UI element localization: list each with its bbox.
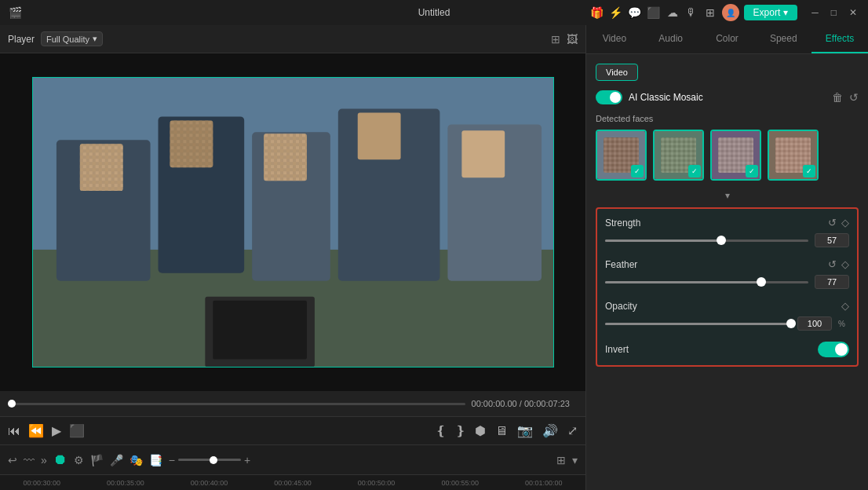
tab-effects[interactable]: Effects [811, 25, 868, 53]
avatar[interactable]: 👤 [722, 4, 739, 21]
feather-reset-icon[interactable]: ↺ [828, 258, 837, 270]
stop-button[interactable]: ⬛ [69, 423, 85, 438]
invert-toggle[interactable] [818, 342, 849, 357]
progress-bar[interactable] [8, 403, 465, 405]
opacity-control: Opacity ◇ % [605, 300, 849, 331]
strength-label: Strength [605, 218, 828, 229]
timecode-current: 00:00:00.00 / 00:00:07:23 [472, 399, 570, 408]
minimize-button[interactable]: ─ [808, 5, 822, 20]
feather-thumb[interactable] [757, 277, 766, 287]
mark-in-icon[interactable]: ❴ [436, 423, 446, 438]
camera-icon[interactable]: 📷 [517, 423, 533, 438]
opacity-thumb[interactable] [786, 319, 796, 328]
strength-slider[interactable] [605, 240, 808, 242]
tab-audio[interactable]: Audio [643, 25, 699, 53]
ripple-icon[interactable]: 〰 [24, 454, 35, 466]
face-thumb-1[interactable]: ✓ [596, 130, 647, 181]
fx-icon[interactable]: 🎭 [129, 454, 143, 466]
mic2-icon[interactable]: 🎤 [110, 454, 123, 466]
grid-icon[interactable]: ⊞ [703, 5, 717, 20]
zoom-in-icon[interactable]: + [244, 454, 250, 466]
zoom-out-icon[interactable]: − [169, 454, 175, 466]
layout-icon[interactable]: ⬛ [647, 5, 661, 20]
export-button[interactable]: Export ▾ [744, 5, 798, 20]
monitor-icon[interactable]: 🖥 [495, 424, 508, 438]
opacity-label: Opacity [605, 301, 841, 312]
caption-icon[interactable]: 💬 [628, 5, 642, 20]
title-bar: 🎬 Untitled 🎁 ⚡ 💬 ⬛ ☁ 🎙 ⊞ 👤 Export ▾ ─ □ … [0, 0, 868, 25]
opacity-value[interactable] [797, 316, 832, 331]
flag-icon[interactable]: 🏴 [90, 454, 104, 466]
timeline-ruler: 00:00:30:00 00:00:35:00 00:00:40:00 00:0… [0, 474, 585, 490]
record-icon[interactable]: ⏺ [53, 452, 67, 468]
effect-toggle[interactable] [596, 90, 622, 104]
more-icon[interactable]: » [41, 454, 47, 466]
mark-out-icon[interactable]: ❵ [455, 423, 465, 438]
feather-keyframe-icon[interactable]: ◇ [841, 258, 849, 270]
play-button[interactable]: ▶ [52, 423, 61, 438]
player-toolbar-right: ⊞ 🖼 [551, 33, 578, 46]
chevron-down-icon: ▾ [783, 7, 788, 18]
zoom-slider-container: − + [169, 454, 250, 466]
title-bar-right: 🎁 ⚡ 💬 ⬛ ☁ 🎙 ⊞ 👤 Export ▾ ─ □ ✕ [590, 4, 860, 21]
face-thumb-4[interactable]: ✓ [768, 130, 819, 181]
invert-label: Invert [605, 344, 818, 355]
face-thumb-3[interactable]: ✓ [710, 130, 761, 181]
strength-keyframe-icon[interactable]: ◇ [841, 217, 849, 229]
strength-thumb[interactable] [717, 236, 726, 245]
close-button[interactable]: ✕ [846, 5, 860, 20]
feather-slider[interactable] [605, 281, 808, 283]
prev-button[interactable]: ⏮ [8, 424, 20, 438]
tab-video[interactable]: Video [586, 25, 643, 53]
ruler-mark: 00:00:55:00 [418, 479, 502, 487]
settings-icon[interactable]: ⚙ [74, 454, 84, 466]
svg-rect-8 [213, 301, 307, 360]
opacity-slider-row: % [605, 316, 849, 331]
svg-rect-10 [79, 144, 122, 191]
ruler-mark: 00:00:45:00 [251, 479, 335, 487]
chevron-down2-icon[interactable]: ▾ [572, 454, 578, 466]
faces-row: ✓ [596, 130, 859, 181]
sub-tab-video-button[interactable]: Video [596, 64, 638, 81]
video-area [0, 53, 585, 391]
tab-color[interactable]: Color [699, 25, 756, 53]
panel-body: Video AI Classic Mosaic 🗑 ↺ Detected fac… [586, 54, 868, 490]
feather-slider-row [605, 275, 849, 289]
opacity-slider[interactable] [605, 323, 791, 325]
layer-icon[interactable]: 📑 [149, 454, 162, 466]
photo-icon[interactable]: 🖼 [567, 33, 578, 46]
grid2-icon[interactable]: ⊞ [556, 454, 566, 466]
right-panel: Video Audio Color Speed Effects Video AI… [585, 25, 868, 490]
feather-value[interactable] [815, 275, 849, 289]
delete-icon[interactable]: 🗑 [832, 91, 843, 104]
cloud-icon[interactable]: ☁ [666, 5, 680, 20]
flash-icon[interactable]: ⚡ [609, 5, 623, 20]
undo-icon[interactable]: ↩ [8, 454, 17, 466]
maximize-button[interactable]: □ [828, 5, 840, 20]
reset-icon[interactable]: ↺ [849, 91, 859, 104]
quality-select[interactable]: Full Quality ▾ [41, 31, 103, 46]
player-label: Player [8, 34, 35, 45]
audio-icon[interactable]: 🔊 [542, 423, 558, 438]
pixel-face-2 [170, 120, 213, 167]
feather-fill [605, 281, 761, 283]
strength-value[interactable] [815, 233, 849, 247]
invert-control: Invert [605, 342, 849, 357]
grid-view-icon[interactable]: ⊞ [551, 33, 560, 46]
zoom-slider[interactable] [178, 459, 241, 461]
opacity-keyframe-icon[interactable]: ◇ [841, 300, 849, 312]
tab-speed[interactable]: Speed [755, 25, 811, 53]
play-backward-button[interactable]: ⏪ [28, 423, 44, 438]
video-content [33, 78, 553, 367]
main-content: Player Full Quality ▾ ⊞ 🖼 [0, 25, 868, 490]
face-thumb-2[interactable]: ✓ [653, 130, 704, 181]
strength-reset-icon[interactable]: ↺ [828, 217, 837, 229]
fullscreen-icon[interactable]: ⤢ [567, 423, 578, 438]
insert-icon[interactable]: ⬢ [475, 423, 486, 438]
gift-icon[interactable]: 🎁 [590, 5, 604, 20]
mic-icon[interactable]: 🎙 [684, 5, 698, 20]
progress-dot [8, 400, 16, 408]
feather-header: Feather ↺ ◇ [605, 258, 849, 270]
ruler-mark: 00:00:40:00 [167, 479, 251, 487]
faces-chevron[interactable]: ▾ [596, 190, 859, 201]
